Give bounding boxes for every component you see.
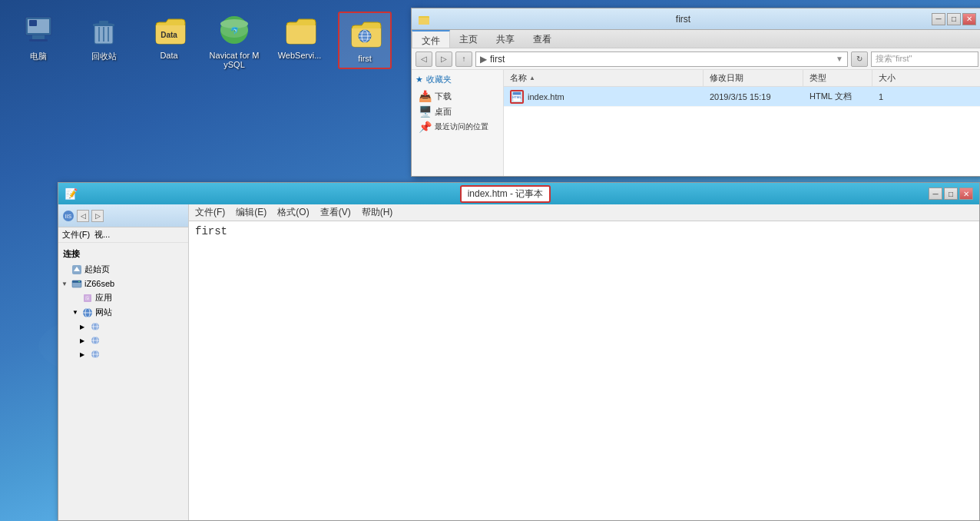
address-path[interactable]: ▶ first ▼ <box>475 51 848 67</box>
back-button[interactable]: ◁ <box>416 51 432 67</box>
tab-file[interactable]: 文件 <box>412 30 450 48</box>
svg-rect-3 <box>29 39 48 41</box>
desktop-icons: 电脑 回收站 Data <box>4 4 399 77</box>
server-icon <box>71 278 82 289</box>
connections-label: 连接 <box>61 246 185 262</box>
svg-rect-23 <box>513 91 521 95</box>
path-dropdown[interactable]: ▼ <box>836 55 843 63</box>
breadcrumb-label: first <box>490 54 505 65</box>
navicat-label: Navicat for MySQL <box>207 51 261 69</box>
sidebar-item-download[interactable]: 📥 下载 <box>416 88 499 104</box>
star-icon: ★ <box>416 75 423 85</box>
notepad-minimize[interactable]: ─ <box>929 187 942 200</box>
websites-expand: ▼ <box>72 309 80 316</box>
svg-rect-7 <box>99 21 108 24</box>
file-explorer-window: first ─ □ ✕ 文件 主页 共享 查看 ◁ ▷ ↑ ▶ first ▼ … <box>411 8 980 177</box>
notepad-editor[interactable]: first <box>189 221 979 520</box>
svg-rect-2 <box>32 35 45 39</box>
menu-edit[interactable]: 编辑(E) <box>233 206 269 219</box>
menu-view[interactable]: 查看(V) <box>318 206 353 219</box>
iis-back-btn[interactable]: ◁ <box>77 210 89 222</box>
recycle-bin-icon[interactable]: 回收站 <box>77 12 131 69</box>
iis-tree: 连接 起始页 ▼ <box>58 243 188 364</box>
notepad-maximize[interactable]: □ <box>944 187 958 200</box>
tab-view[interactable]: 查看 <box>524 30 561 48</box>
iis-menu-row: 文件(F) 视... <box>58 227 188 243</box>
iis-left-panel: IIS ◁ ▷ 文件(F) 视... 连接 起始页 <box>58 204 189 520</box>
window-controls: ─ □ ✕ <box>932 13 976 25</box>
data-folder-icon[interactable]: Data Data <box>142 12 196 69</box>
maximize-button[interactable]: □ <box>947 13 961 25</box>
address-bar: ◁ ▷ ↑ ▶ first ▼ ↻ 搜索"first" <box>412 48 980 70</box>
first-folder-label: first <box>358 54 372 63</box>
iis-forward-btn[interactable]: ▷ <box>91 210 104 222</box>
search-box[interactable]: 搜索"first" <box>871 51 978 67</box>
computer-icon[interactable]: 电脑 <box>12 12 65 69</box>
svg-text:Data: Data <box>161 31 177 39</box>
tree-item-server[interactable]: ▼ iZ66seb <box>61 277 185 290</box>
iis-menu-view[interactable]: 视... <box>94 229 110 241</box>
file-size-cell: 1 <box>872 91 980 103</box>
file-date-cell: 2019/3/15 15:19 <box>704 91 803 103</box>
html-file-icon: HTML <box>510 90 524 104</box>
iis-menu-file[interactable]: 文件(F) <box>62 229 90 241</box>
tab-share[interactable]: 共享 <box>487 30 524 48</box>
file-explorer-titlebar: first ─ □ ✕ <box>412 8 980 30</box>
svg-rect-4 <box>29 20 37 26</box>
tree-item-site2[interactable]: ▶ <box>61 334 185 347</box>
download-icon: 📥 <box>419 90 432 102</box>
notepad-title-area: index.htm - 记事本 <box>82 185 929 203</box>
menu-help[interactable]: 帮助(H) <box>359 206 396 219</box>
notepad-window-controls: ─ □ ✕ <box>929 187 973 200</box>
file-list-container: ★ 收藏夹 📥 下载 🖥️ 桌面 📌 最近访问的位置 <box>412 70 980 176</box>
first-folder-icon[interactable]: first <box>338 12 392 69</box>
svg-point-31 <box>78 281 80 283</box>
file-pane: 名称 ▲ 修改日期 类型 大小 <box>504 70 980 176</box>
tree-item-site1[interactable]: ▶ <box>61 320 185 334</box>
site1-expand: ▶ <box>80 324 88 330</box>
notepad-close[interactable]: ✕ <box>959 187 973 200</box>
minimize-button[interactable]: ─ <box>932 13 945 25</box>
favorites-title: ★ 收藏夹 <box>416 74 499 85</box>
header-name[interactable]: 名称 ▲ <box>504 70 704 86</box>
iis-panel-toolbar: IIS ◁ ▷ <box>58 204 188 227</box>
webserv-label: WebServi... <box>278 51 322 60</box>
iis-icon: IIS <box>62 210 74 222</box>
header-date[interactable]: 修改日期 <box>704 70 803 86</box>
tree-item-apps[interactable]: 应 应用 <box>61 290 185 305</box>
notepad-menu-bar: 文件(F) 编辑(E) 格式(O) 查看(V) 帮助(H) <box>189 204 979 221</box>
tree-item-site3[interactable]: ▶ <box>61 347 185 361</box>
site2-expand: ▶ <box>80 337 88 344</box>
sidebar-item-desktop[interactable]: 🖥️ 桌面 <box>416 104 499 119</box>
header-size[interactable]: 大小 <box>872 70 980 86</box>
svg-text:IIS: IIS <box>65 214 72 219</box>
svg-rect-30 <box>72 280 81 283</box>
desktop: 电脑 回收站 Data <box>0 0 980 521</box>
server-expand-icon: ▼ <box>61 280 69 287</box>
file-list-header: 名称 ▲ 修改日期 类型 大小 <box>504 70 980 87</box>
svg-text:应: 应 <box>85 295 90 300</box>
refresh-button[interactable]: ↻ <box>851 51 868 67</box>
forward-button[interactable]: ▷ <box>435 51 452 67</box>
search-placeholder: 搜索"first" <box>876 53 912 65</box>
file-name-cell: HTML index.htm <box>504 88 704 105</box>
site1-icon <box>90 321 101 332</box>
computer-icon-label: 电脑 <box>30 51 47 62</box>
sidebar-item-recent[interactable]: 📌 最近访问的位置 <box>416 119 499 134</box>
navicat-icon[interactable]: 🐬 Navicat for MySQL <box>207 12 261 69</box>
file-row-indexhtm[interactable]: HTML index.htm 2019/3/15 15:19 HTML 文档 1 <box>504 87 980 107</box>
menu-format[interactable]: 格式(O) <box>275 206 311 219</box>
up-button[interactable]: ↑ <box>455 51 472 67</box>
menu-file[interactable]: 文件(F) <box>193 206 227 219</box>
tree-item-startpage[interactable]: 起始页 <box>61 262 185 277</box>
close-button[interactable]: ✕ <box>962 13 976 25</box>
apps-icon: 应 <box>82 293 93 304</box>
webserv-icon[interactable]: WebServi... <box>273 12 326 69</box>
recent-icon: 📌 <box>419 121 432 133</box>
startpage-icon <box>71 264 82 275</box>
site3-icon <box>90 349 101 360</box>
tree-item-websites[interactable]: ▼ 网站 <box>61 305 185 320</box>
header-type[interactable]: 类型 <box>803 70 872 86</box>
tab-home[interactable]: 主页 <box>450 30 487 48</box>
notepad-title: index.htm - 记事本 <box>460 185 551 203</box>
